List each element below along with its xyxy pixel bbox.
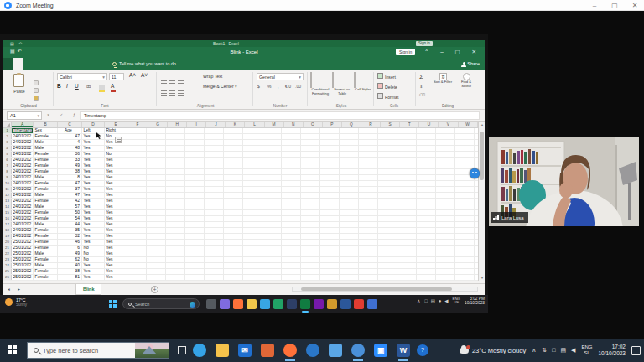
cell-e[interactable]: Yes: [105, 199, 127, 204]
cell-b[interactable]: Female: [34, 163, 58, 168]
format-as-table-button[interactable]: Format as Table: [332, 73, 352, 96]
table-row[interactable]: 19 24/01/202 Female 32 Yes Yes: [3, 234, 478, 240]
empty-cells[interactable]: [127, 251, 478, 256]
percent-style-button[interactable]: %: [267, 84, 271, 89]
cell-c[interactable]: Age: [58, 128, 82, 133]
row-number[interactable]: 19: [3, 234, 12, 239]
ribbon-tab[interactable]: [13, 58, 23, 70]
insert-cells-button[interactable]: Insert: [377, 73, 396, 80]
borders-button[interactable]: ⊞: [86, 83, 91, 90]
cell-c[interactable]: 36: [58, 152, 82, 157]
cell-a[interactable]: 25/01/202: [12, 251, 34, 256]
row-number[interactable]: 10: [3, 181, 12, 186]
column-header[interactable]: V: [439, 122, 458, 127]
empty-cells[interactable]: [127, 175, 478, 180]
cell-d[interactable]: Yes: [82, 240, 105, 245]
cell-a[interactable]: 24/01/202: [12, 158, 34, 163]
cell-e[interactable]: Yes: [105, 234, 127, 239]
sign-in-button[interactable]: Sign in: [396, 49, 415, 55]
cell-d[interactable]: No: [82, 251, 105, 256]
table-row[interactable]: 5 24/01/202 Female 36 Yes No: [3, 152, 478, 158]
taskbar-icon-app-green[interactable]: [273, 299, 283, 309]
cell-e[interactable]: Right: [105, 128, 127, 133]
clock[interactable]: 3:02 PM10/10/2023: [465, 297, 485, 306]
taskbar-icon-excel[interactable]: [300, 299, 310, 309]
column-header[interactable]: J: [206, 122, 226, 127]
empty-cells[interactable]: [127, 263, 478, 268]
taskbar-icon-matlab[interactable]: [261, 344, 274, 357]
close-button[interactable]: ✕: [626, 0, 644, 11]
align-left-icon[interactable]: [161, 84, 186, 99]
table-row[interactable]: 7 24/01/202 Female 49 Yes Yes: [3, 163, 478, 169]
cell-a[interactable]: 24/01/202: [12, 146, 34, 151]
weather-widget[interactable]: 23°C Mostly cloudy: [460, 347, 526, 354]
cell-c[interactable]: 81: [58, 275, 82, 280]
tray-icon[interactable]: ◀: [571, 347, 575, 354]
row-number[interactable]: 2: [3, 134, 12, 139]
spreadsheet-grid[interactable]: 1 Timestamp Sex Age Left Right 2 24/01/2…: [3, 128, 478, 281]
excel-window-controls[interactable]: ⌃ – ▢ ✕: [424, 49, 481, 55]
cell-b[interactable]: Male: [34, 140, 58, 145]
cell-b[interactable]: Female: [34, 169, 58, 174]
clock[interactable]: 17:0210/10/2023: [598, 344, 626, 357]
cell-d[interactable]: Yes: [82, 175, 105, 180]
cell-a[interactable]: Timestamp: [12, 128, 34, 133]
empty-cells[interactable]: [127, 234, 478, 239]
row-number[interactable]: 18: [3, 228, 12, 233]
format-painter-icon[interactable]: [34, 89, 39, 104]
cell-a[interactable]: 24/01/202: [12, 140, 34, 145]
table-row[interactable]: 23 25/01/202 Female 62 No Yes: [3, 257, 478, 263]
column-header[interactable]: Q: [342, 122, 361, 127]
empty-cells[interactable]: [127, 134, 478, 139]
table-row[interactable]: 21 25/01/202 Female 6 No Yes: [3, 246, 478, 251]
paste-button[interactable]: Paste: [10, 89, 29, 94]
taskbar-icon-zoom[interactable]: ▣: [374, 344, 387, 357]
cell-d[interactable]: Yes: [82, 169, 105, 174]
table-row[interactable]: 11 24/01/202 Female 37 Yes Yes: [3, 187, 478, 193]
cell-d[interactable]: Yes: [82, 181, 105, 186]
cell-d[interactable]: Yes: [82, 275, 105, 280]
cell-e[interactable]: Yes: [105, 204, 127, 209]
column-header[interactable]: N: [284, 122, 304, 127]
cell-c[interactable]: 46: [58, 240, 82, 245]
cell-c[interactable]: 33: [58, 158, 82, 163]
search-highlight-image[interactable]: [135, 343, 169, 358]
table-row[interactable]: 14 24/01/202 Male 57 Yes Yes: [3, 204, 478, 210]
cell-d[interactable]: Yes: [82, 199, 105, 204]
table-row[interactable]: 3 24/01/202 Male 4 Yes Yes: [3, 140, 478, 146]
taskbar-icon-store[interactable]: [329, 344, 342, 357]
table-row[interactable]: 9 24/01/202 Male 8 Yes Yes: [3, 175, 478, 181]
comma-style-button[interactable]: ,: [278, 84, 278, 89]
row-number[interactable]: 11: [3, 187, 12, 192]
row-number[interactable]: 24: [3, 263, 12, 268]
column-header[interactable]: B: [34, 122, 58, 127]
horizontal-scrollbar[interactable]: [292, 287, 478, 292]
cell-b[interactable]: Female: [34, 234, 58, 239]
shrink-font-button[interactable]: A˅: [141, 72, 148, 78]
cell-e[interactable]: Yes: [105, 216, 127, 221]
column-header[interactable]: R: [361, 122, 381, 127]
webcam-video[interactable]: Lara Lusa: [489, 137, 639, 226]
cell-d[interactable]: Yes: [82, 204, 105, 209]
cell-c[interactable]: 32: [58, 234, 82, 239]
fill-button[interactable]: ⬇: [419, 84, 423, 89]
increase-decimal-button[interactable]: €.0: [285, 84, 291, 89]
cell-c[interactable]: 48: [58, 146, 82, 151]
tray-icon[interactable]: □: [552, 347, 555, 354]
cell-b[interactable]: Female: [34, 216, 58, 221]
task-view-button[interactable]: [178, 346, 186, 354]
column-header[interactable]: A: [12, 122, 34, 127]
sign-in-button[interactable]: Sign in: [416, 41, 433, 46]
ribbon-tab[interactable]: [34, 58, 44, 70]
cell-e[interactable]: Yes: [105, 269, 127, 274]
tray-icon[interactable]: ▤: [560, 347, 566, 354]
cell-e[interactable]: Yes: [105, 263, 127, 268]
cell-e[interactable]: Yes: [105, 175, 127, 180]
cell-a[interactable]: 24/01/202: [12, 152, 34, 157]
row-number[interactable]: 3: [3, 140, 12, 145]
ribbon-tab[interactable]: [64, 58, 74, 70]
cell-d[interactable]: Yes: [82, 210, 105, 215]
cell-d[interactable]: Yes: [82, 158, 105, 163]
select-all-corner[interactable]: [3, 122, 12, 127]
cell-e[interactable]: Yes: [105, 240, 127, 245]
